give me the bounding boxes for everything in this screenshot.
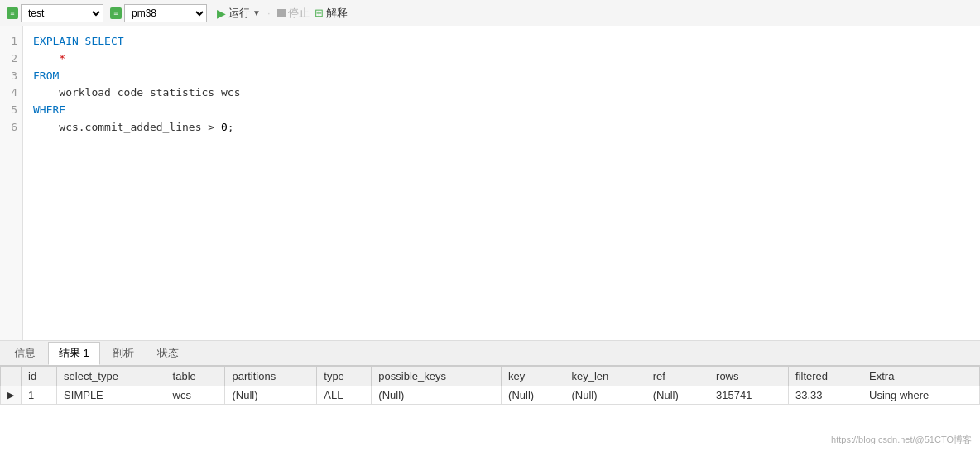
cell-filtered: 33.33 bbox=[789, 386, 862, 405]
line-num-1: 1 bbox=[5, 33, 17, 50]
col-possible-keys: possible_keys bbox=[372, 367, 502, 386]
line-num-6: 6 bbox=[5, 119, 17, 137]
col-table: table bbox=[166, 367, 225, 386]
run-dropdown-icon: ▼ bbox=[252, 8, 261, 17]
col-extra: Extra bbox=[862, 367, 980, 386]
cell-possible-keys: (Null) bbox=[372, 386, 502, 405]
explain-label: 解释 bbox=[326, 6, 348, 21]
col-key: key bbox=[502, 367, 564, 386]
line-num-3: 3 bbox=[5, 68, 17, 85]
editor-area: 1 2 3 4 5 6 EXPLAIN SELECT * FROM worklo… bbox=[0, 26, 980, 341]
line-num-4: 4 bbox=[5, 84, 17, 102]
play-icon: ▶ bbox=[217, 7, 226, 20]
col-filtered: filtered bbox=[789, 367, 862, 386]
code-editor[interactable]: EXPLAIN SELECT * FROM workload_code_stat… bbox=[23, 26, 980, 340]
run-button[interactable]: ▶ 运行 ▼ bbox=[217, 6, 261, 21]
col-indicator bbox=[1, 367, 22, 386]
db1-icon: ≡ bbox=[7, 7, 18, 19]
row-indicator: ▶ bbox=[1, 386, 22, 405]
table-header-row: id select_type table partitions type pos… bbox=[1, 367, 980, 386]
col-key-len: key_len bbox=[564, 367, 646, 386]
col-select-type: select_type bbox=[57, 367, 166, 386]
explain-button[interactable]: ⊞ 解释 bbox=[315, 6, 348, 21]
cell-extra: Using where bbox=[862, 386, 980, 405]
col-type: type bbox=[317, 367, 372, 386]
toolbar-actions: ▶ 运行 ▼ · 停止 ⊞ 解释 bbox=[217, 6, 348, 21]
cell-partitions: (Null) bbox=[225, 386, 317, 405]
cell-key-len: (Null) bbox=[564, 386, 646, 405]
line-num-2: 2 bbox=[5, 50, 17, 68]
db1-selector[interactable]: ≡ test bbox=[7, 4, 103, 22]
tab-result1[interactable]: 结果 1 bbox=[48, 342, 100, 365]
result-table: id select_type table partitions type pos… bbox=[0, 366, 980, 405]
explain-icon: ⊞ bbox=[315, 7, 324, 19]
stop-button[interactable]: 停止 bbox=[277, 6, 310, 21]
db2-selector[interactable]: ≡ pm38 bbox=[110, 4, 207, 22]
line-numbers: 1 2 3 4 5 6 bbox=[0, 26, 23, 340]
tab-status[interactable]: 状态 bbox=[147, 342, 190, 365]
run-label: 运行 bbox=[228, 6, 250, 21]
cell-select-type: SIMPLE bbox=[57, 386, 166, 405]
watermark: https://blog.csdn.net/@51CTO博客 bbox=[831, 434, 972, 446]
cell-rows: 315741 bbox=[709, 386, 789, 405]
line-num-5: 5 bbox=[5, 102, 17, 119]
cell-key: (Null) bbox=[502, 386, 564, 405]
cell-ref: (Null) bbox=[646, 386, 709, 405]
col-partitions: partitions bbox=[225, 367, 317, 386]
col-id: id bbox=[22, 367, 57, 386]
stop-label: 停止 bbox=[288, 6, 310, 21]
col-ref: ref bbox=[646, 367, 709, 386]
separator1: · bbox=[267, 7, 271, 19]
toolbar: ≡ test ≡ pm38 ▶ 运行 ▼ · 停止 ⊞ 解释 bbox=[0, 0, 980, 26]
cell-type: ALL bbox=[317, 386, 372, 405]
db2-dropdown[interactable]: pm38 bbox=[124, 4, 207, 22]
table-row: ▶ 1 SIMPLE wcs (Null) ALL (Null) (Null) … bbox=[1, 386, 980, 405]
col-rows: rows bbox=[709, 367, 789, 386]
cell-id: 1 bbox=[22, 386, 57, 405]
result-tabs: 信息 结果 1 剖析 状态 bbox=[0, 341, 980, 366]
db2-icon: ≡ bbox=[110, 7, 122, 19]
tab-profile[interactable]: 剖析 bbox=[102, 342, 145, 365]
db1-dropdown[interactable]: test bbox=[21, 4, 103, 22]
stop-icon bbox=[277, 9, 286, 17]
tab-info[interactable]: 信息 bbox=[3, 342, 46, 365]
cell-table: wcs bbox=[166, 386, 225, 405]
